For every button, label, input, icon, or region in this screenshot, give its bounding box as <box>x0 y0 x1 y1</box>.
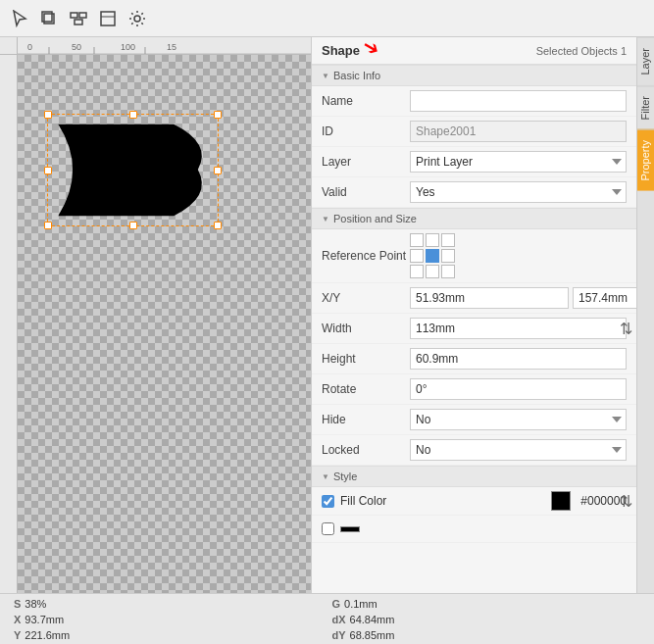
layer-label: Layer <box>322 155 410 169</box>
link-icon[interactable]: ⇅ <box>620 320 632 338</box>
layer-select[interactable]: Print Layer Cut Layer Background Layer <box>410 151 627 173</box>
ref-br[interactable] <box>441 265 455 278</box>
ref-center[interactable] <box>426 249 439 263</box>
svg-rect-4 <box>75 20 82 25</box>
status-dx: dX 64.84mm <box>328 613 645 626</box>
width-input[interactable] <box>410 318 627 339</box>
svg-text:0: 0 <box>27 42 32 52</box>
canvas-viewport[interactable] <box>18 55 311 593</box>
ref-point-grid-container <box>410 233 627 278</box>
ruler-vertical <box>0 55 18 593</box>
duplicate-icon[interactable] <box>37 7 61 30</box>
locked-row: Locked No Yes <box>312 435 636 466</box>
height-input[interactable] <box>410 348 627 370</box>
xy-label: X/Y <box>322 291 410 305</box>
height-label: Height <box>322 352 410 366</box>
name-input[interactable] <box>410 90 627 112</box>
width-row: Width ⇅ <box>312 314 636 344</box>
ref-bl[interactable] <box>410 265 424 278</box>
tab-property[interactable]: Property <box>637 129 654 191</box>
valid-select[interactable]: Yes No <box>410 181 627 203</box>
fill-color-swatch[interactable] <box>551 491 571 511</box>
style-section: Style <box>312 466 636 487</box>
shape-svg <box>48 115 218 225</box>
id-label: ID <box>322 124 410 138</box>
name-label: Name <box>322 94 410 108</box>
svg-point-7 <box>134 16 140 22</box>
reference-point-row: Reference Point <box>312 229 636 283</box>
width-label: Width <box>322 322 410 335</box>
stroke-checkbox[interactable] <box>322 522 334 535</box>
status-dy: dY 68.85mm <box>328 628 645 642</box>
cursor-icon[interactable] <box>8 7 31 30</box>
toolbar <box>0 0 654 37</box>
handle-br[interactable] <box>214 222 222 229</box>
position-size-section: Position and Size <box>312 208 636 229</box>
handle-bm[interactable] <box>129 222 137 229</box>
status-s: S 38% <box>10 597 327 611</box>
svg-text:15: 15 <box>167 42 176 52</box>
handle-tm[interactable] <box>129 111 137 119</box>
svg-rect-2 <box>71 13 77 18</box>
basic-info-section: Basic Info <box>312 65 636 86</box>
group-icon[interactable] <box>67 7 90 30</box>
id-row: ID <box>312 117 636 147</box>
tab-layer[interactable]: Layer <box>637 37 654 85</box>
red-arrow-indicator: ➔ <box>358 37 384 62</box>
tab-filter[interactable]: Filter <box>637 85 654 129</box>
handle-ml[interactable] <box>44 167 52 174</box>
selected-objects: Selected Objects 1 <box>536 45 627 57</box>
fill-color-checkbox[interactable] <box>322 495 334 508</box>
rotate-row: Rotate <box>312 374 636 405</box>
id-input <box>410 121 627 142</box>
rotate-input[interactable] <box>410 378 627 400</box>
ref-grid <box>410 233 455 278</box>
valid-row: Valid Yes No <box>312 177 636 208</box>
width-value <box>410 318 627 339</box>
rotate-value <box>410 378 627 400</box>
valid-label: Valid <box>322 185 410 199</box>
canvas-icon[interactable] <box>96 7 120 30</box>
settings-icon[interactable] <box>126 7 149 30</box>
id-value <box>410 121 627 142</box>
fill-link-icon[interactable]: ⇅ <box>620 492 632 511</box>
status-x: X 93.7mm <box>10 613 327 626</box>
hide-label: Hide <box>322 413 410 426</box>
fill-color-row: Fill Color #000000 ⇅ <box>312 487 636 516</box>
xy-inputs <box>410 287 636 309</box>
svg-text:50: 50 <box>72 42 81 52</box>
locked-select[interactable]: No Yes <box>410 439 627 461</box>
ref-tr[interactable] <box>441 233 455 247</box>
y-input[interactable] <box>573 287 636 309</box>
ref-tm[interactable] <box>426 233 439 247</box>
hide-value: No Yes <box>410 409 627 430</box>
valid-value: Yes No <box>410 181 627 203</box>
ruler-horizontal: 0 50 100 15 <box>18 37 311 55</box>
panel-tabs: Layer Filter Property <box>636 37 654 593</box>
stroke-color-swatch[interactable] <box>340 526 360 532</box>
handle-tl[interactable] <box>44 111 52 119</box>
height-row: Height <box>312 344 636 374</box>
canvas-area[interactable]: 0 50 100 15 <box>0 37 311 593</box>
ref-ml[interactable] <box>410 249 424 263</box>
handle-mr[interactable] <box>214 167 222 174</box>
shape-container[interactable] <box>47 114 219 226</box>
rotate-label: Rotate <box>322 382 410 396</box>
x-input[interactable] <box>410 287 569 309</box>
handle-tr[interactable] <box>214 111 222 119</box>
layer-value: Print Layer Cut Layer Background Layer <box>410 151 627 173</box>
panel-header: Shape ➔ Selected Objects 1 <box>312 37 636 65</box>
ref-point-label: Reference Point <box>322 249 410 263</box>
stroke-color-row <box>312 516 636 543</box>
layer-row: Layer Print Layer Cut Layer Background L… <box>312 147 636 177</box>
handle-bl[interactable] <box>44 222 52 229</box>
status-g: G 0.1mm <box>328 597 645 611</box>
status-y: Y 221.6mm <box>10 628 327 642</box>
hide-select[interactable]: No Yes <box>410 409 627 430</box>
ref-tl[interactable] <box>410 233 424 247</box>
svg-text:100: 100 <box>121 42 135 52</box>
ref-mr[interactable] <box>441 249 455 263</box>
svg-rect-5 <box>101 12 115 25</box>
locked-label: Locked <box>322 443 410 457</box>
ref-bm[interactable] <box>426 265 439 278</box>
